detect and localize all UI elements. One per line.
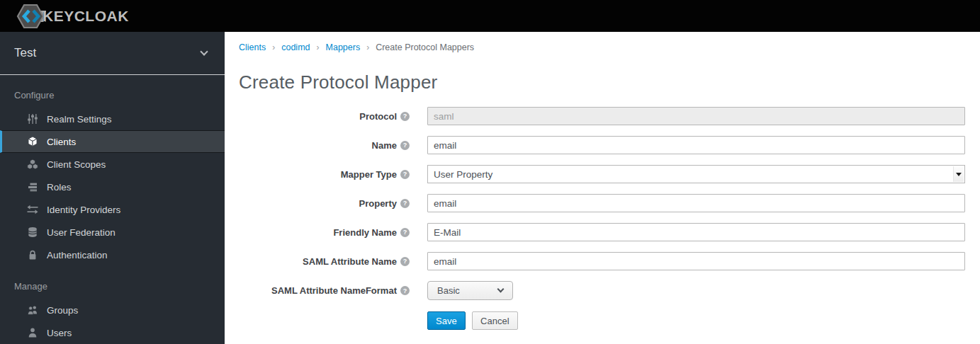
user-icon [26, 327, 38, 338]
friendly-name-input[interactable] [427, 223, 965, 241]
sidebar-item-roles[interactable]: Roles [0, 176, 225, 198]
field-label: SAML Attribute NameFormat ? [239, 285, 427, 296]
field-label: Protocol ? [239, 111, 427, 122]
sidebar: Test Configure Realm Settings Clients [0, 32, 225, 344]
sidebar-item-label: Client Scopes [47, 159, 106, 170]
sidebar-item-clients[interactable]: Clients [0, 130, 225, 153]
sidebar-item-label: Roles [47, 182, 72, 193]
breadcrumb-mappers-link[interactable]: Mappers [326, 42, 361, 52]
breadcrumb-current: Create Protocol Mappers [376, 42, 474, 52]
form-row-name: Name ? [239, 136, 965, 154]
breadcrumb-separator: › [366, 42, 369, 52]
sidebar-item-label: Identity Providers [47, 205, 120, 215]
help-icon[interactable]: ? [400, 286, 410, 295]
breadcrumb-separator: › [317, 42, 320, 52]
main-content: Clients › codimd › Mappers › Create Prot… [225, 32, 980, 344]
form-row-mapper-type: Mapper Type ? User Property [239, 165, 965, 183]
realm-name: Test [14, 46, 36, 60]
sidebar-item-realm-settings[interactable]: Realm Settings [0, 108, 225, 130]
protocol-input [427, 107, 965, 125]
sidebar-item-label: Realm Settings [47, 114, 112, 125]
help-icon[interactable]: ? [400, 170, 410, 179]
breadcrumb-codimd-link[interactable]: codimd [281, 42, 310, 52]
chevron-down-icon [497, 286, 505, 293]
cube-icon [26, 136, 38, 147]
top-header: KEYCLOAK [0, 0, 980, 32]
exchange-arrows-icon [26, 204, 38, 215]
sidebar-item-label: Clients [47, 137, 76, 147]
chevron-down-icon [200, 47, 208, 55]
nav-section-manage: Manage [0, 266, 225, 299]
field-label: Property ? [239, 198, 427, 209]
sidebar-item-client-scopes[interactable]: Client Scopes [0, 153, 225, 176]
sidebar-item-label: User Federation [47, 227, 116, 238]
lock-icon [26, 249, 38, 260]
sidebar-item-user-federation[interactable]: User Federation [0, 221, 225, 243]
roles-list-icon [26, 181, 38, 193]
name-input[interactable] [427, 136, 965, 154]
saml-nameformat-select[interactable]: Basic [427, 281, 513, 300]
breadcrumb-clients-link[interactable]: Clients [239, 42, 266, 52]
nameformat-selected-value: Basic [437, 285, 460, 296]
cancel-button[interactable]: Cancel [472, 311, 517, 330]
help-icon[interactable]: ? [400, 257, 410, 266]
sidebar-item-label: Users [47, 328, 72, 338]
page-title: Create Protocol Mapper [239, 71, 965, 93]
save-button[interactable]: Save [427, 311, 466, 330]
field-label: Mapper Type ? [239, 169, 427, 180]
breadcrumb: Clients › codimd › Mappers › Create Prot… [239, 42, 965, 52]
groups-icon [26, 304, 38, 316]
mapper-type-selected-value: User Property [434, 169, 492, 180]
help-icon[interactable]: ? [400, 199, 410, 208]
field-label: SAML Attribute Name ? [239, 256, 427, 267]
database-icon [26, 227, 38, 238]
sidebar-item-label: Authentication [47, 250, 108, 260]
sidebar-item-groups[interactable]: Groups [0, 299, 225, 321]
help-icon[interactable]: ? [400, 141, 410, 150]
realm-selector[interactable]: Test [0, 32, 225, 75]
field-label: Friendly Name ? [239, 227, 427, 238]
brand-text: KEYCLOAK [43, 8, 129, 25]
mapper-type-select[interactable]: User Property [427, 165, 965, 183]
help-icon[interactable]: ? [400, 228, 410, 237]
form-row-saml-attribute-name: SAML Attribute Name ? [239, 252, 965, 270]
form-actions: Save Cancel [239, 311, 965, 330]
form-row-protocol: Protocol ? [239, 107, 965, 125]
sidebar-item-identity-providers[interactable]: Identity Providers [0, 198, 225, 221]
saml-attribute-name-input[interactable] [427, 252, 965, 270]
create-protocol-mapper-form: Protocol ? Name ? Mapper Type ? [239, 107, 965, 330]
property-input[interactable] [427, 194, 965, 212]
form-row-friendly-name: Friendly Name ? [239, 223, 965, 241]
sidebar-item-authentication[interactable]: Authentication [0, 243, 225, 266]
help-icon[interactable]: ? [400, 112, 410, 121]
keycloak-logo[interactable]: KEYCLOAK [15, 3, 129, 30]
breadcrumb-separator: › [272, 42, 275, 52]
sidebar-item-label: Groups [47, 305, 78, 316]
form-row-property: Property ? [239, 194, 965, 212]
field-label: Name ? [239, 140, 427, 151]
form-row-saml-attribute-nameformat: SAML Attribute NameFormat ? Basic [239, 281, 965, 300]
select-arrow-icon [953, 166, 964, 182]
cubes-icon [26, 159, 38, 170]
nav-section-configure: Configure [0, 75, 225, 108]
sliders-icon [26, 113, 38, 125]
sidebar-item-users[interactable]: Users [0, 321, 225, 344]
